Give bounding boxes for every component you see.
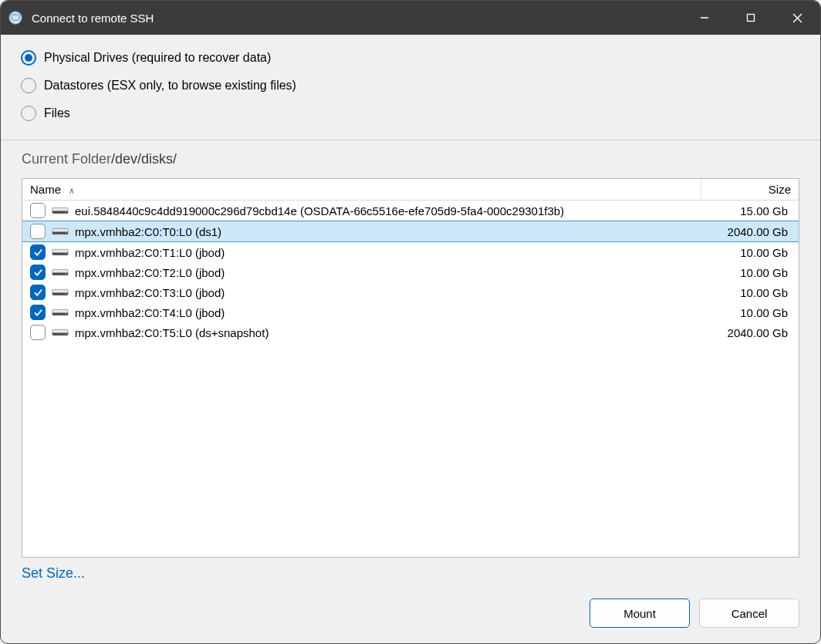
sort-ascending-icon: ∧ <box>69 186 75 195</box>
row-checkbox[interactable] <box>30 265 46 280</box>
table-row[interactable]: mpx.vmhba2:C0:T1:L0 (jbod)10.00 Gb <box>22 242 799 263</box>
source-radio-group: Physical Drives (required to recover dat… <box>1 35 820 140</box>
row-name: mpx.vmhba2:C0:T1:L0 (jbod) <box>75 246 225 259</box>
table-row[interactable]: mpx.vmhba2:C0:T4:L0 (jbod)10.00 Gb <box>22 302 799 322</box>
minimize-button[interactable] <box>681 1 728 35</box>
maximize-button[interactable] <box>728 1 774 35</box>
drive-icon <box>52 226 69 237</box>
folder-label-prefix: Current Folder <box>22 151 111 167</box>
table-row[interactable]: eui.5848440c9c4dd919000c296d79cbd14e (OS… <box>22 201 799 221</box>
current-folder-label: Current Folder/dev/disks/ <box>1 140 820 174</box>
row-size: 10.00 Gb <box>701 282 799 302</box>
radio-indicator <box>21 78 36 93</box>
column-label: Size <box>769 183 791 196</box>
row-name: mpx.vmhba2:C0:T3:L0 (jbod) <box>75 286 225 299</box>
app-icon <box>7 9 24 26</box>
svg-point-26 <box>66 333 67 335</box>
titlebar[interactable]: Connect to remote SSH <box>1 1 820 35</box>
set-size-row: Set Size... <box>1 558 820 582</box>
mount-button[interactable]: Mount <box>590 598 690 628</box>
column-header-name[interactable]: Name ∧ <box>22 179 701 201</box>
row-size: 10.00 Gb <box>701 242 799 263</box>
column-header-size[interactable]: Size <box>701 179 799 201</box>
row-size: 15.00 Gb <box>701 201 799 221</box>
drive-icon <box>52 205 69 216</box>
table-row[interactable]: mpx.vmhba2:C0:T5:L0 (ds+snapshot)2040.00… <box>22 322 799 342</box>
drive-icon <box>52 247 69 258</box>
row-checkbox[interactable] <box>30 203 46 218</box>
svg-point-17 <box>66 273 67 275</box>
folder-path: /dev/disks/ <box>111 151 177 167</box>
drive-icon <box>52 267 69 278</box>
row-size: 10.00 Gb <box>701 302 799 322</box>
svg-point-14 <box>66 253 67 255</box>
svg-rect-3 <box>748 15 755 22</box>
drive-icon <box>52 287 69 298</box>
svg-point-23 <box>66 313 67 315</box>
svg-point-11 <box>66 232 67 234</box>
svg-point-20 <box>66 293 67 295</box>
row-checkbox[interactable] <box>30 224 46 239</box>
radio-physical-drives[interactable]: Physical Drives (required to recover dat… <box>21 50 800 66</box>
close-button[interactable] <box>774 1 820 35</box>
table-row[interactable]: mpx.vmhba2:C0:T2:L0 (jbod)10.00 Gb <box>22 262 799 282</box>
window-title: Connect to remote SSH <box>32 12 681 25</box>
set-size-link[interactable]: Set Size... <box>22 565 85 581</box>
row-size: 2040.00 Gb <box>701 322 799 342</box>
row-name: mpx.vmhba2:C0:T0:L0 (ds1) <box>75 225 221 238</box>
radio-label: Files <box>44 106 70 120</box>
row-size: 2040.00 Gb <box>701 221 799 242</box>
dialog-buttons: Mount Cancel <box>1 582 820 643</box>
table-row[interactable]: mpx.vmhba2:C0:T3:L0 (jbod)10.00 Gb <box>22 282 799 302</box>
radio-label: Physical Drives (required to recover dat… <box>44 51 271 65</box>
row-checkbox[interactable] <box>30 305 46 320</box>
svg-point-1 <box>12 13 19 15</box>
table-row[interactable]: mpx.vmhba2:C0:T0:L0 (ds1)2040.00 Gb <box>22 221 799 242</box>
window-controls <box>681 1 820 35</box>
row-checkbox[interactable] <box>30 285 46 300</box>
window: Connect to remote SSH Physical Drives (r… <box>0 0 821 644</box>
row-name: mpx.vmhba2:C0:T4:L0 (jbod) <box>75 306 225 319</box>
drive-icon <box>52 307 69 318</box>
radio-datastores[interactable]: Datastores (ESX only, to browse existing… <box>21 78 800 93</box>
radio-files[interactable]: Files <box>21 106 800 121</box>
radio-indicator <box>21 106 36 121</box>
radio-indicator <box>21 50 36 66</box>
row-name: mpx.vmhba2:C0:T2:L0 (jbod) <box>75 266 225 279</box>
cancel-button[interactable]: Cancel <box>699 598 799 628</box>
row-name: eui.5848440c9c4dd919000c296d79cbd14e (OS… <box>75 204 564 217</box>
drive-icon <box>52 327 69 338</box>
column-label: Name <box>30 183 61 196</box>
row-size: 10.00 Gb <box>701 262 799 282</box>
content-area: Physical Drives (required to recover dat… <box>1 35 820 643</box>
row-checkbox[interactable] <box>30 244 46 260</box>
row-checkbox[interactable] <box>30 325 46 340</box>
drive-list[interactable]: Name ∧ Size eui.5848440c9c4dd919000c296d… <box>22 178 799 558</box>
svg-point-8 <box>66 211 67 213</box>
row-name: mpx.vmhba2:C0:T5:L0 (ds+snapshot) <box>75 326 269 339</box>
radio-label: Datastores (ESX only, to browse existing… <box>44 79 296 93</box>
